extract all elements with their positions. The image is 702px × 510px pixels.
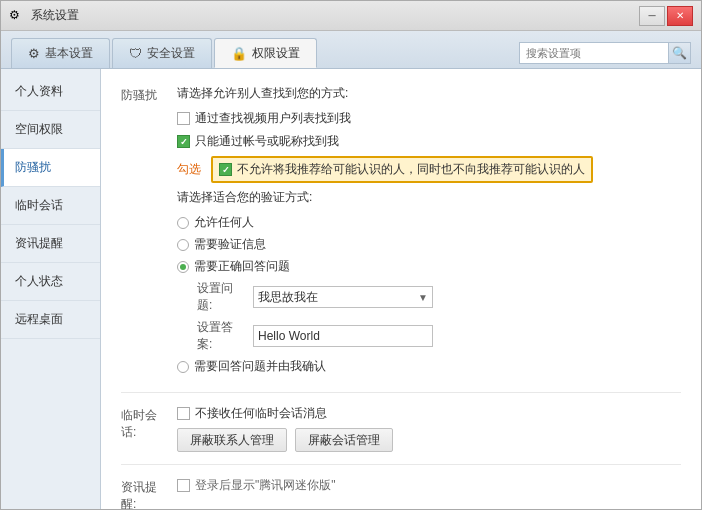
window-controls: ─ ✕ [639, 6, 693, 26]
need-answer-question-radio[interactable] [177, 261, 189, 273]
app-icon: ⚙ [9, 8, 25, 24]
find-by-account-label: 只能通过帐号或昵称找到我 [195, 133, 339, 150]
tick-label: 勾选 [177, 161, 201, 178]
tab-permission-settings[interactable]: 🔒 权限设置 [214, 38, 317, 68]
question-section: 设置问题: 我思故我在 ▼ 设置答案: [197, 280, 681, 353]
lock-icon: 🔒 [231, 46, 247, 61]
window-title: 系统设置 [31, 7, 639, 24]
show-tencent-checkbox[interactable] [177, 479, 190, 492]
news-remind-label: 资讯提醒: [121, 477, 169, 509]
search-area: 🔍 [519, 42, 691, 64]
sidebar-item-profile[interactable]: 个人资料 [1, 73, 100, 111]
anti-harass-section: 防骚扰 请选择允许别人查找到您的方式: 通过查找视频用户列表找到我 只能通过帐号… [121, 85, 681, 380]
search-button[interactable]: 🔍 [669, 42, 691, 64]
no-recommend-row: 不允许将我推荐给可能认识的人，同时也不向我推荐可能认识的人 [211, 156, 593, 183]
temp-chat-section: 临时会话: 不接收任何临时会话消息 屏蔽联系人管理 屏蔽会话管理 [121, 405, 681, 452]
close-button[interactable]: ✕ [667, 6, 693, 26]
sidebar-item-space-permission[interactable]: 空间权限 [1, 111, 100, 149]
sidebar-item-news-remind[interactable]: 资讯提醒 [1, 225, 100, 263]
gear-icon: ⚙ [28, 46, 40, 61]
allow-anyone-row: 允许任何人 [177, 214, 681, 231]
no-recommend-label: 不允许将我推荐给可能认识的人，同时也不向我推荐可能认识的人 [237, 161, 585, 178]
sidebar-item-temp-chat[interactable]: 临时会话 [1, 187, 100, 225]
shield-icon: 🛡 [129, 46, 142, 61]
find-method-title: 请选择允许别人查找到您的方式: [177, 85, 681, 102]
block-sessions-button[interactable]: 屏蔽会话管理 [295, 428, 393, 452]
temp-chat-buttons: 屏蔽联系人管理 屏蔽会话管理 [177, 428, 681, 452]
sidebar-item-remote-desktop[interactable]: 远程桌面 [1, 301, 100, 339]
question-row: 设置问题: 我思故我在 ▼ [197, 280, 681, 314]
question-value: 我思故我在 [258, 289, 318, 306]
search-icon: 🔍 [672, 46, 687, 60]
tab-basic-settings[interactable]: ⚙ 基本设置 [11, 38, 110, 68]
need-verify-row: 需要验证信息 [177, 236, 681, 253]
find-by-video-row: 通过查找视频用户列表找到我 [177, 110, 681, 127]
divider2 [121, 464, 681, 465]
allow-anyone-radio[interactable] [177, 217, 189, 229]
question-select[interactable]: 我思故我在 ▼ [253, 286, 433, 308]
anti-harass-content: 请选择允许别人查找到您的方式: 通过查找视频用户列表找到我 只能通过帐号或昵称找… [177, 85, 681, 380]
no-temp-chat-checkbox[interactable] [177, 407, 190, 420]
show-tencent-row: 登录后显示"腾讯网迷你版" [177, 477, 681, 494]
set-question-label: 设置问题: [197, 280, 245, 314]
need-answer-question-row: 需要正确回答问题 [177, 258, 681, 275]
tab-security-settings[interactable]: 🛡 安全设置 [112, 38, 212, 68]
need-answer-question-label: 需要正确回答问题 [194, 258, 290, 275]
find-by-video-label: 通过查找视频用户列表找到我 [195, 110, 351, 127]
main-content: 个人资料 空间权限 防骚扰 临时会话 资讯提醒 个人状态 远程桌面 [1, 69, 701, 509]
no-temp-chat-label: 不接收任何临时会话消息 [195, 405, 327, 422]
need-verify-label: 需要验证信息 [194, 236, 266, 253]
answer-input[interactable] [253, 325, 433, 347]
need-confirm-row: 需要回答问题并由我确认 [177, 358, 681, 375]
dropdown-arrow-icon: ▼ [418, 292, 428, 303]
news-content: 登录后显示"腾讯网迷你版" [177, 477, 681, 494]
block-contacts-button[interactable]: 屏蔽联系人管理 [177, 428, 287, 452]
find-by-account-checkbox[interactable] [177, 135, 190, 148]
news-section: 资讯提醒: 登录后显示"腾讯网迷你版" [121, 477, 681, 509]
need-confirm-radio[interactable] [177, 361, 189, 373]
content-area: 防骚扰 请选择允许别人查找到您的方式: 通过查找视频用户列表找到我 只能通过帐号… [101, 69, 701, 509]
sidebar-item-personal-status[interactable]: 个人状态 [1, 263, 100, 301]
titlebar: ⚙ 系统设置 ─ ✕ [1, 1, 701, 31]
divider1 [121, 392, 681, 393]
search-input[interactable] [519, 42, 669, 64]
verify-title: 请选择适合您的验证方式: [177, 189, 681, 206]
allow-anyone-label: 允许任何人 [194, 214, 254, 231]
find-by-account-row: 只能通过帐号或昵称找到我 [177, 133, 681, 150]
show-tencent-label: 登录后显示"腾讯网迷你版" [195, 477, 336, 494]
temp-chat-label: 临时会话: [121, 405, 169, 441]
sidebar: 个人资料 空间权限 防骚扰 临时会话 资讯提醒 个人状态 远程桌面 [1, 69, 101, 509]
minimize-button[interactable]: ─ [639, 6, 665, 26]
sidebar-item-anti-harass[interactable]: 防骚扰 [1, 149, 100, 187]
main-window: ⚙ 系统设置 ─ ✕ ⚙ 基本设置 🛡 安全设置 🔒 权限设置 🔍 [0, 0, 702, 510]
temp-chat-content: 不接收任何临时会话消息 屏蔽联系人管理 屏蔽会话管理 [177, 405, 681, 452]
answer-row: 设置答案: [197, 319, 681, 353]
need-verify-radio[interactable] [177, 239, 189, 251]
no-temp-chat-row: 不接收任何临时会话消息 [177, 405, 681, 422]
need-confirm-label: 需要回答问题并由我确认 [194, 358, 326, 375]
find-by-video-checkbox[interactable] [177, 112, 190, 125]
anti-harass-label: 防骚扰 [121, 85, 169, 104]
no-recommend-checkbox[interactable] [219, 163, 232, 176]
tabbar: ⚙ 基本设置 🛡 安全设置 🔒 权限设置 🔍 [1, 31, 701, 69]
set-answer-label: 设置答案: [197, 319, 245, 353]
